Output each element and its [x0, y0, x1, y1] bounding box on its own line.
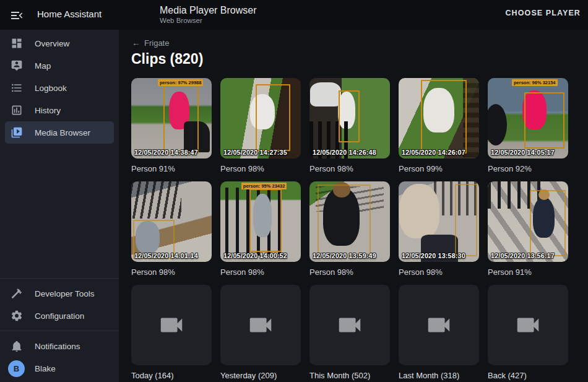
folder-thumbnail[interactable] — [220, 285, 301, 365]
folder-label: This Month (502) — [309, 371, 390, 380]
sidebar-item-notifications[interactable]: Notifications — [5, 335, 114, 357]
clips-grid: person: 97% 29988 12/05/2020 14:38:47 Pe… — [131, 78, 568, 380]
clip-card[interactable]: 12/05/2020 13:58:30 Person 98% — [399, 181, 479, 277]
folder-card-today[interactable]: Today (164) — [131, 285, 212, 380]
video-icon — [157, 311, 186, 339]
detection-tag: person: 96% 32154 — [512, 79, 558, 86]
account-tooltip-icon — [11, 59, 23, 72]
media-browser-content: ← Frigate Clips (820) person: 97% 29988 … — [119, 30, 588, 382]
clip-timestamp: 12/05/2020 14:38:47 — [134, 149, 198, 156]
folder-label: Today (164) — [131, 371, 212, 380]
list-bulleted-icon — [11, 82, 23, 94]
menu-open-icon[interactable] — [9, 8, 24, 23]
clip-card[interactable]: 12/05/2020 13:59:49 Person 98% — [309, 181, 390, 277]
sidebar-item-profile[interactable]: B Blake — [5, 357, 114, 380]
detection-bbox — [256, 84, 290, 151]
folder-thumbnail[interactable] — [309, 285, 390, 365]
sidebar-item-developer-tools[interactable]: Developer Tools — [5, 282, 114, 305]
person-figure — [399, 184, 439, 238]
folder-card-yesterday[interactable]: Yesterday (209) — [220, 285, 301, 380]
clip-card[interactable]: person: 97% 29988 12/05/2020 14:38:47 Pe… — [131, 78, 212, 173]
hammer-icon — [11, 287, 23, 300]
detection-bbox — [524, 92, 564, 149]
folder-card-back[interactable]: Back (427) — [488, 285, 568, 380]
clip-card[interactable]: person: 96% 32154 12/05/2020 14:05:17 Pe… — [488, 78, 568, 173]
sidebar-item-media-browser[interactable]: Media Browser — [5, 121, 114, 144]
clip-label: Person 99% — [399, 164, 479, 173]
clip-card[interactable]: 12/05/2020 14:01:14 Person 98% — [131, 181, 212, 277]
clip-label: Person 98% — [131, 267, 212, 277]
clip-timestamp: 12/05/2020 14:01:14 — [134, 252, 198, 259]
play-box-multiple-icon — [11, 126, 23, 139]
clip-thumbnail[interactable]: 12/05/2020 13:56:17 — [488, 181, 568, 262]
clip-card[interactable]: person: 95% 23432 12/05/2020 14:00:52 Pe… — [220, 181, 301, 277]
clip-label: Person 98% — [220, 267, 301, 277]
folder-thumbnail[interactable] — [488, 285, 568, 365]
clip-thumbnail[interactable]: 12/05/2020 14:26:48 — [309, 78, 390, 158]
clip-label: Person 98% — [309, 164, 390, 173]
clip-thumbnail[interactable]: person: 96% 32154 12/05/2020 14:05:17 — [488, 78, 568, 158]
sidebar-item-label: History — [35, 106, 61, 115]
clip-thumbnail[interactable]: 12/05/2020 14:27:35 — [220, 78, 301, 158]
clip-thumbnail[interactable]: 12/05/2020 13:59:49 — [309, 181, 390, 262]
detection-bbox — [421, 80, 467, 154]
page-header-subtitle: Web Browser — [160, 16, 257, 25]
sidebar-item-overview[interactable]: Overview — [5, 32, 114, 54]
clip-thumbnail[interactable]: person: 95% 23432 12/05/2020 14:00:52 — [220, 181, 301, 262]
sidebar-item-label: Map — [35, 61, 51, 71]
detection-tag: person: 95% 23432 — [241, 183, 287, 189]
breadcrumb-back[interactable]: ← Frigate — [132, 38, 169, 48]
video-icon — [335, 311, 364, 339]
sidebar-divider — [0, 331, 119, 331]
folder-thumbnail[interactable] — [399, 285, 479, 365]
detection-bbox — [249, 189, 282, 253]
page-header-title: Media Player Browser — [160, 4, 257, 16]
app-title: Home Assistant — [37, 9, 102, 19]
folder-card-last-month[interactable]: Last Month (318) — [399, 285, 479, 380]
video-icon — [246, 311, 275, 339]
video-icon — [514, 311, 542, 339]
choose-player-button[interactable]: CHOOSE PLAYER — [505, 9, 581, 17]
clip-label: Person 98% — [220, 164, 301, 173]
clip-thumbnail[interactable]: 12/05/2020 14:26:07 — [399, 78, 479, 158]
clip-card[interactable]: 12/05/2020 14:26:48 Person 98% — [309, 78, 390, 173]
sidebar-item-label: Logbook — [35, 84, 67, 93]
detection-bbox — [318, 184, 371, 255]
clip-timestamp: 12/05/2020 14:27:35 — [223, 149, 287, 156]
app-header: Home Assistant Media Player Browser Web … — [0, 0, 588, 30]
clip-timestamp: 12/05/2020 13:59:49 — [313, 252, 376, 259]
clip-label: Person 98% — [309, 267, 390, 277]
avatar: B — [8, 360, 25, 377]
breadcrumb-label: Frigate — [144, 38, 169, 48]
folder-label: Back (427) — [488, 371, 568, 380]
sidebar-item-label: Blake — [35, 364, 56, 373]
detection-bbox — [339, 90, 360, 143]
folder-thumbnail[interactable] — [131, 285, 212, 365]
sidebar-item-map[interactable]: Map — [5, 54, 114, 77]
clip-card[interactable]: 12/05/2020 14:26:07 Person 99% — [399, 78, 479, 173]
back-arrow-icon: ← — [132, 38, 141, 48]
sidebar-item-label: Notifications — [35, 342, 80, 351]
clip-timestamp: 12/05/2020 14:00:52 — [223, 252, 287, 259]
sidebar-divider — [0, 278, 119, 279]
sidebar-item-label: Media Browser — [35, 128, 90, 137]
clip-timestamp: 12/05/2020 13:56:17 — [491, 252, 555, 259]
clip-thumbnail[interactable]: 12/05/2020 13:58:30 — [399, 181, 479, 262]
clip-label: Person 91% — [131, 164, 212, 173]
folder-card-this-month[interactable]: This Month (502) — [309, 285, 390, 380]
clip-label: Person 91% — [488, 267, 568, 277]
sidebar: Overview Map Logbook History Media Brows… — [0, 30, 119, 382]
clip-timestamp: 12/05/2020 14:26:48 — [313, 149, 376, 156]
clip-card[interactable]: 12/05/2020 14:27:35 Person 98% — [220, 78, 301, 173]
clip-card[interactable]: 12/05/2020 13:56:17 Person 91% — [488, 181, 568, 277]
clip-timestamp: 12/05/2020 14:05:17 — [491, 149, 555, 156]
sidebar-item-history[interactable]: History — [5, 99, 114, 121]
clip-label: Person 92% — [488, 164, 568, 173]
sidebar-item-logbook[interactable]: Logbook — [5, 77, 114, 99]
detection-bbox — [163, 82, 199, 154]
sidebar-item-configuration[interactable]: Configuration — [5, 305, 114, 327]
sidebar-item-label: Configuration — [35, 311, 84, 321]
page-title: Clips (820) — [131, 51, 203, 67]
clip-thumbnail[interactable]: 12/05/2020 14:01:14 — [131, 181, 212, 262]
clip-thumbnail[interactable]: person: 97% 29988 12/05/2020 14:38:47 — [131, 78, 212, 158]
